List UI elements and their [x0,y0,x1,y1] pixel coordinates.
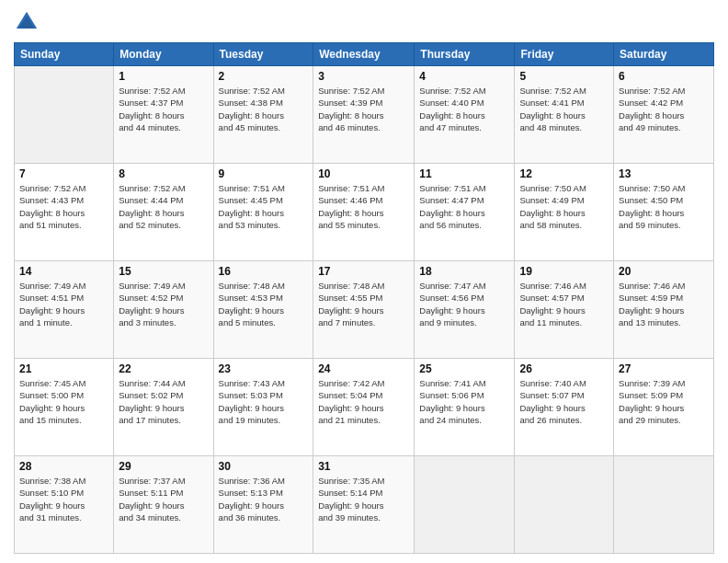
day-info: Sunrise: 7:52 AMSunset: 4:44 PMDaylight:… [119,182,208,231]
weekday-header-monday: Monday [114,43,213,66]
day-number: 30 [219,460,309,473]
calendar-cell: 18Sunrise: 7:47 AMSunset: 4:56 PMDayligh… [415,261,515,359]
day-info: Sunrise: 7:52 AMSunset: 4:38 PMDaylight:… [219,85,309,133]
day-info: Sunrise: 7:41 AMSunset: 5:06 PMDaylight:… [419,377,509,426]
day-number: 11 [419,167,509,180]
day-number: 2 [219,70,309,83]
calendar-table: SundayMondayTuesdayWednesdayThursdayFrid… [14,42,714,554]
week-row-0: 1Sunrise: 7:52 AMSunset: 4:37 PMDaylight… [15,66,714,164]
day-info: Sunrise: 7:52 AMSunset: 4:40 PMDaylight:… [419,85,509,133]
day-number: 5 [519,70,609,83]
day-number: 14 [19,265,108,278]
day-info: Sunrise: 7:42 AMSunset: 5:04 PMDaylight:… [318,377,409,426]
day-info: Sunrise: 7:50 AMSunset: 4:49 PMDaylight:… [519,182,609,231]
calendar-cell: 8Sunrise: 7:52 AMSunset: 4:44 PMDaylight… [114,164,213,261]
calendar-cell: 2Sunrise: 7:52 AMSunset: 4:38 PMDaylight… [213,66,313,164]
day-number: 1 [119,70,208,83]
calendar-cell: 12Sunrise: 7:50 AMSunset: 4:49 PMDayligh… [515,164,614,261]
calendar-cell: 25Sunrise: 7:41 AMSunset: 5:06 PMDayligh… [415,359,515,456]
calendar-cell: 23Sunrise: 7:43 AMSunset: 5:03 PMDayligh… [213,359,313,456]
day-info: Sunrise: 7:44 AMSunset: 5:02 PMDaylight:… [119,377,208,426]
day-info: Sunrise: 7:50 AMSunset: 4:50 PMDaylight:… [619,182,709,231]
day-number: 31 [318,460,409,473]
calendar-cell: 30Sunrise: 7:36 AMSunset: 5:13 PMDayligh… [213,456,313,554]
weekday-header-row: SundayMondayTuesdayWednesdayThursdayFrid… [15,43,714,66]
day-info: Sunrise: 7:45 AMSunset: 5:00 PMDaylight:… [19,377,108,426]
calendar-cell: 6Sunrise: 7:52 AMSunset: 4:42 PMDaylight… [614,66,714,164]
day-info: Sunrise: 7:49 AMSunset: 4:51 PMDaylight:… [19,280,108,328]
calendar-cell: 1Sunrise: 7:52 AMSunset: 4:37 PMDaylight… [114,66,213,164]
day-info: Sunrise: 7:48 AMSunset: 4:53 PMDaylight:… [219,280,309,328]
calendar-cell: 11Sunrise: 7:51 AMSunset: 4:47 PMDayligh… [415,164,515,261]
day-number: 12 [519,167,609,180]
day-info: Sunrise: 7:43 AMSunset: 5:03 PMDaylight:… [219,377,309,426]
logo [14,9,43,35]
calendar-cell: 20Sunrise: 7:46 AMSunset: 4:59 PMDayligh… [614,261,714,359]
calendar-cell: 7Sunrise: 7:52 AMSunset: 4:43 PMDaylight… [15,164,114,261]
day-info: Sunrise: 7:48 AMSunset: 4:55 PMDaylight:… [318,280,409,328]
calendar-cell: 10Sunrise: 7:51 AMSunset: 4:46 PMDayligh… [313,164,415,261]
day-number: 7 [19,167,108,180]
calendar-cell: 16Sunrise: 7:48 AMSunset: 4:53 PMDayligh… [213,261,313,359]
logo-icon [14,9,40,35]
calendar-cell: 13Sunrise: 7:50 AMSunset: 4:50 PMDayligh… [614,164,714,261]
day-number: 17 [318,265,409,278]
day-number: 16 [219,265,309,278]
calendar-cell: 9Sunrise: 7:51 AMSunset: 4:45 PMDaylight… [213,164,313,261]
day-info: Sunrise: 7:49 AMSunset: 4:52 PMDaylight:… [119,280,208,328]
day-info: Sunrise: 7:39 AMSunset: 5:09 PMDaylight:… [619,377,709,426]
weekday-header-wednesday: Wednesday [313,43,415,66]
day-number: 13 [619,167,709,180]
header [14,9,714,35]
day-number: 6 [619,70,709,83]
calendar-cell: 17Sunrise: 7:48 AMSunset: 4:55 PMDayligh… [313,261,415,359]
day-info: Sunrise: 7:52 AMSunset: 4:39 PMDaylight:… [318,85,409,133]
calendar-cell [415,456,515,554]
calendar-cell: 24Sunrise: 7:42 AMSunset: 5:04 PMDayligh… [313,359,415,456]
day-info: Sunrise: 7:40 AMSunset: 5:07 PMDaylight:… [519,377,609,426]
calendar-cell: 4Sunrise: 7:52 AMSunset: 4:40 PMDaylight… [415,66,515,164]
calendar-cell: 15Sunrise: 7:49 AMSunset: 4:52 PMDayligh… [114,261,213,359]
calendar-cell: 26Sunrise: 7:40 AMSunset: 5:07 PMDayligh… [515,359,614,456]
day-info: Sunrise: 7:36 AMSunset: 5:13 PMDaylight:… [219,475,309,523]
day-number: 28 [19,460,108,473]
day-info: Sunrise: 7:51 AMSunset: 4:45 PMDaylight:… [219,182,309,231]
day-number: 27 [619,362,709,375]
day-number: 29 [119,460,208,473]
day-number: 8 [119,167,208,180]
calendar-cell: 3Sunrise: 7:52 AMSunset: 4:39 PMDaylight… [313,66,415,164]
calendar-cell [15,66,114,164]
day-info: Sunrise: 7:51 AMSunset: 4:46 PMDaylight:… [318,182,409,231]
day-info: Sunrise: 7:47 AMSunset: 4:56 PMDaylight:… [419,280,509,328]
weekday-header-tuesday: Tuesday [213,43,313,66]
day-info: Sunrise: 7:37 AMSunset: 5:11 PMDaylight:… [119,475,208,523]
day-info: Sunrise: 7:38 AMSunset: 5:10 PMDaylight:… [19,475,108,523]
weekday-header-sunday: Sunday [15,43,114,66]
day-info: Sunrise: 7:52 AMSunset: 4:43 PMDaylight:… [19,182,108,231]
calendar-cell: 21Sunrise: 7:45 AMSunset: 5:00 PMDayligh… [15,359,114,456]
day-info: Sunrise: 7:52 AMSunset: 4:41 PMDaylight:… [519,85,609,133]
week-row-3: 21Sunrise: 7:45 AMSunset: 5:00 PMDayligh… [15,359,714,456]
calendar-cell: 5Sunrise: 7:52 AMSunset: 4:41 PMDaylight… [515,66,614,164]
day-number: 21 [19,362,108,375]
day-number: 22 [119,362,208,375]
day-number: 9 [219,167,309,180]
day-info: Sunrise: 7:52 AMSunset: 4:42 PMDaylight:… [619,85,709,133]
day-number: 25 [419,362,509,375]
week-row-4: 28Sunrise: 7:38 AMSunset: 5:10 PMDayligh… [15,456,714,554]
calendar-cell: 31Sunrise: 7:35 AMSunset: 5:14 PMDayligh… [313,456,415,554]
day-number: 4 [419,70,509,83]
week-row-1: 7Sunrise: 7:52 AMSunset: 4:43 PMDaylight… [15,164,714,261]
day-info: Sunrise: 7:46 AMSunset: 4:57 PMDaylight:… [519,280,609,328]
calendar-cell: 27Sunrise: 7:39 AMSunset: 5:09 PMDayligh… [614,359,714,456]
day-info: Sunrise: 7:52 AMSunset: 4:37 PMDaylight:… [119,85,208,133]
day-number: 19 [519,265,609,278]
week-row-2: 14Sunrise: 7:49 AMSunset: 4:51 PMDayligh… [15,261,714,359]
calendar-cell: 14Sunrise: 7:49 AMSunset: 4:51 PMDayligh… [15,261,114,359]
day-number: 24 [318,362,409,375]
day-number: 3 [318,70,409,83]
weekday-header-friday: Friday [515,43,614,66]
weekday-header-thursday: Thursday [415,43,515,66]
calendar-cell: 28Sunrise: 7:38 AMSunset: 5:10 PMDayligh… [15,456,114,554]
page: SundayMondayTuesdayWednesdayThursdayFrid… [0,0,728,563]
